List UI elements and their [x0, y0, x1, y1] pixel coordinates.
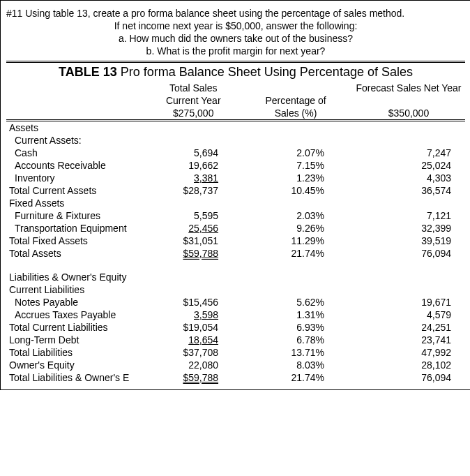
question-intro: #11 Using table 13, create a pro forma b…: [6, 8, 465, 19]
question-a: a. How much did the owners take out of t…: [6, 33, 465, 44]
row-tca: Total Current Assets $28,737 10.45% 36,5…: [6, 184, 465, 197]
header-pct-l1: Percentage of: [239, 94, 352, 107]
row-oe: Owner's Equity 22,080 8.03% 28,102: [6, 359, 465, 371]
section-fixed-assets: Fixed Assets: [6, 197, 147, 209]
row-np: Notes Payable $15,456 5.62% 19,671: [6, 296, 465, 308]
row-tcl: Total Current Liabilities $19,054 6.93% …: [6, 321, 465, 334]
row-te: Transportation Equipment 25,456 9.26% 32…: [6, 222, 465, 235]
row-ff: Furniture & Fixtures 5,595 2.03% 7,121: [6, 209, 465, 222]
table-title-rest: Pro forma Balance Sheet Using Percentage…: [117, 65, 413, 79]
row-inventory: Inventory 3,381 1.23% 4,303: [6, 172, 465, 184]
row-ta: Total Assets $59,788 21.74% 76,094: [6, 247, 465, 260]
section-assets: Assets: [6, 121, 147, 135]
row-atp: Accrues Taxes Payable 3,598 1.31% 4,579: [6, 308, 465, 321]
header-cy-value: $275,000: [147, 107, 239, 121]
row-tl: Total Liabilities $37,708 13.71% 47,992: [6, 346, 465, 359]
label-cash: Cash: [6, 147, 147, 159]
header-total-sales: Total Sales: [147, 82, 239, 94]
question-block: #11 Using table 13, create a pro forma b…: [6, 8, 465, 57]
header-forecast: Forecast Sales Net Year: [352, 82, 465, 94]
table-title: TABLE 13 Pro forma Balance Sheet Using P…: [6, 61, 465, 82]
section-liab-eq: Liabilities & Owner's Equity: [6, 271, 147, 283]
header-fc-value: $350,000: [352, 107, 465, 121]
section-current-assets: Current Assets:: [6, 134, 147, 147]
section-cur-liab: Current Liabilities: [6, 283, 147, 296]
header-pct-l2: Sales (%): [239, 107, 352, 121]
row-ltd: Long-Term Debt 18,654 6.78% 23,741: [6, 334, 465, 346]
question-b: b. What is the profit margin for next ye…: [6, 45, 465, 57]
row-cash: Cash 5,694 2.07% 7,247: [6, 147, 465, 159]
question-condition: If net income next year is $50,000, answ…: [6, 20, 465, 31]
balance-sheet-table: Total Sales Forecast Sales Net Year Curr…: [6, 82, 465, 384]
table-title-bold: TABLE 13: [59, 65, 117, 79]
row-tfa: Total Fixed Assets $31,051 11.29% 39,519: [6, 235, 465, 247]
row-ar: Accounts Receivable 19,662 7.15% 25,024: [6, 159, 465, 172]
header-current-year: Current Year: [147, 94, 239, 107]
row-tloe: Total Liabilities & Owner's E $59,788 21…: [6, 371, 465, 384]
